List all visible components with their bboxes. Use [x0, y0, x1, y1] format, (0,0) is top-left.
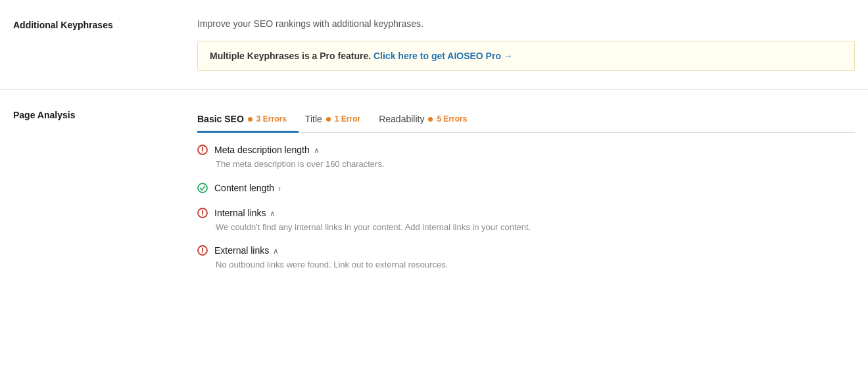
error-icon-meta-description	[197, 145, 208, 155]
chevron-external-links: ∧	[273, 246, 279, 256]
item-external-links-title[interactable]: External links ∧	[214, 245, 279, 256]
item-meta-description-length: Meta description length ∧ The meta descr…	[197, 145, 855, 171]
additional-keyphrases-description: Improve your SEO rankings with additiona…	[197, 18, 855, 29]
analysis-tabs-bar: Basic SEO 3 Errors Title 1 Error Readabi…	[197, 108, 855, 133]
tab-title[interactable]: Title 1 Error	[305, 108, 372, 133]
tab-basic-seo-dot	[248, 117, 253, 122]
ok-icon-content-length	[197, 183, 208, 193]
item-content-length-header: Content length ›	[197, 183, 855, 193]
svg-point-6	[202, 214, 203, 216]
page-analysis-content: Basic SEO 3 Errors Title 1 Error Readabi…	[197, 108, 855, 283]
tab-title-label: Title	[305, 114, 322, 124]
tab-readability-label: Readability	[379, 114, 424, 124]
pro-notice-bold: Multiple Keyphrases is a Pro feature.	[210, 51, 371, 61]
analysis-items-list: Meta description length ∧ The meta descr…	[197, 133, 855, 271]
item-external-links-desc: No outbound links were found. Link out t…	[216, 258, 855, 271]
page-analysis-label: Page Analysis	[13, 108, 197, 283]
item-external-links-header: External links ∧	[197, 245, 855, 256]
additional-keyphrases-content: Improve your SEO rankings with additiona…	[197, 18, 855, 71]
additional-keyphrases-label: Additional Keyphrases	[13, 18, 197, 71]
svg-point-3	[198, 183, 207, 193]
pro-notice-link[interactable]: Click here to get AIOSEO Pro →	[374, 51, 513, 61]
pro-notice-box: Multiple Keyphrases is a Pro feature. Cl…	[197, 41, 855, 71]
tab-readability[interactable]: Readability 5 Errors	[379, 108, 479, 133]
item-meta-description-desc: The meta description is over 160 charact…	[216, 158, 855, 171]
tab-title-dot	[326, 117, 331, 122]
page-analysis-section: Page Analysis Basic SEO 3 Errors Title 1…	[0, 90, 868, 296]
chevron-internal-links: ∧	[270, 209, 276, 218]
error-icon-internal-links	[197, 208, 208, 218]
item-internal-links-title[interactable]: Internal links ∧	[214, 208, 276, 218]
error-icon-external-links	[197, 245, 208, 256]
tab-basic-seo-label: Basic SEO	[197, 114, 244, 124]
svg-point-9	[202, 252, 203, 253]
tab-basic-seo-badge: 3 Errors	[256, 114, 287, 124]
item-external-links: External links ∧ No outbound links were …	[197, 245, 855, 271]
tab-title-badge: 1 Error	[335, 114, 360, 124]
tab-readability-badge: 5 Errors	[437, 114, 467, 124]
item-content-length-title[interactable]: Content length ›	[214, 183, 281, 193]
item-internal-links-desc: We couldn't find any internal links in y…	[216, 221, 855, 234]
item-meta-description-title[interactable]: Meta description length ∧	[214, 145, 320, 155]
item-content-length: Content length ›	[197, 183, 855, 196]
chevron-meta-description: ∧	[314, 146, 320, 155]
tab-basic-seo[interactable]: Basic SEO 3 Errors	[197, 108, 299, 133]
tab-readability-dot	[428, 117, 433, 122]
item-internal-links: Internal links ∧ We couldn't find any in…	[197, 208, 855, 234]
svg-point-2	[202, 151, 203, 152]
item-internal-links-header: Internal links ∧	[197, 208, 855, 218]
additional-keyphrases-section: Additional Keyphrases Improve your SEO r…	[0, 0, 868, 90]
chevron-content-length: ›	[278, 184, 281, 193]
item-meta-description-header: Meta description length ∧	[197, 145, 855, 155]
